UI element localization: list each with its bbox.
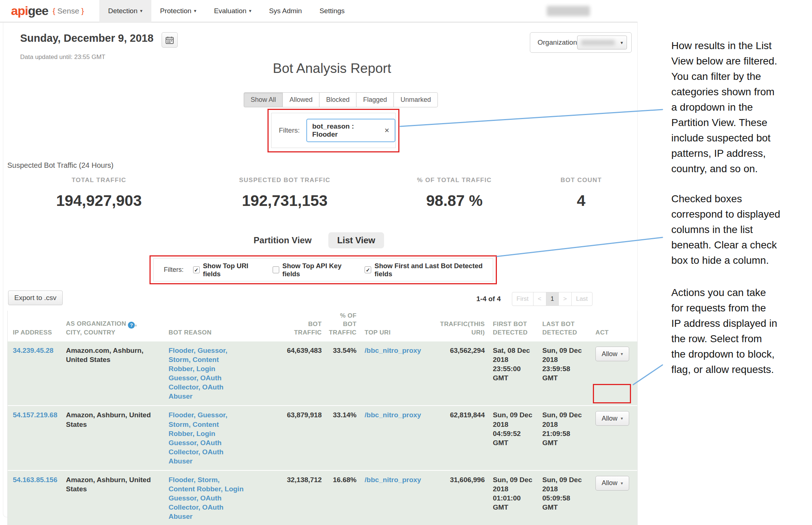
nav-item-label: Sys Admin xyxy=(269,7,302,15)
nav-item-sys-admin[interactable]: Sys Admin xyxy=(260,0,311,22)
close-icon[interactable]: ✕ xyxy=(384,127,390,134)
sense-logo: { Sense } xyxy=(53,7,84,15)
col-header-org-comma: , xyxy=(135,320,137,327)
filter-chip-bot-reason[interactable]: bot_reason : Flooder ✕ xyxy=(306,119,395,142)
tab-blocked[interactable]: Blocked xyxy=(319,92,357,107)
data-updated-text: Data updated until: 23:55 GMT xyxy=(20,53,105,61)
table-row: 34.239.45.28 Amazon.com, Ashburn, United… xyxy=(8,341,637,405)
tab-show-all[interactable]: Show All xyxy=(244,92,283,107)
ip-link[interactable]: 34.239.45.28 xyxy=(8,346,61,355)
sense-brace-close: } xyxy=(81,7,84,15)
account-name-redacted[interactable] xyxy=(547,6,590,16)
report-date: Sunday, December 9, 2018 xyxy=(20,32,154,44)
table-row: 54.163.85.156 Amazon, Ashburn, United St… xyxy=(8,470,637,525)
checkbox-checked-icon[interactable]: ✓ xyxy=(365,266,371,273)
stat-value: 192,731,153 xyxy=(198,192,372,210)
annotation-box-action-dropdown xyxy=(593,384,631,403)
checkbox-label: Show First and Last Bot Detected fields xyxy=(374,262,493,278)
checkbox-checked-icon[interactable]: ✓ xyxy=(193,266,200,273)
bot-list-table: IP ADDRESS AS ORGANIZATION ?,CITY, COUNT… xyxy=(7,311,638,525)
stat-value: 4 xyxy=(537,192,625,210)
bot-reason-links[interactable]: Flooder, Guessor, Storm, Content Robber,… xyxy=(163,346,261,401)
organization-value-redacted xyxy=(581,40,615,45)
checkbox-show-top-uri[interactable]: ✓ Show Top URI fields xyxy=(193,262,263,278)
tab-list-view[interactable]: List View xyxy=(328,232,384,248)
nav-item-label: Protection xyxy=(160,7,192,15)
act-cell: Allow▾ xyxy=(590,346,637,361)
pagination-prev-button[interactable]: < xyxy=(533,292,546,306)
action-label: Allow xyxy=(602,350,617,358)
col-header-ip: IP ADDRESS xyxy=(8,329,61,337)
organization-select[interactable]: ▾ xyxy=(577,36,627,49)
action-dropdown[interactable]: Allow▾ xyxy=(595,347,629,361)
page-title: Bot Analysis Report xyxy=(273,61,391,76)
checkbox-show-top-api-key[interactable]: Show Top API Key fields xyxy=(273,262,355,278)
stat-value: 194,927,903 xyxy=(0,192,198,210)
sense-brace-open: { xyxy=(53,7,55,15)
bot-reason-links[interactable]: Flooder, Guessor, Storm, Content Robber,… xyxy=(163,410,261,465)
tab-allowed[interactable]: Allowed xyxy=(283,92,320,107)
annotation-text-actions: Actions you can take for requests from t… xyxy=(671,285,812,377)
pagination-next-button[interactable]: > xyxy=(558,292,572,306)
tab-flagged[interactable]: Flagged xyxy=(356,92,394,107)
tab-unmarked[interactable]: Unmarked xyxy=(394,92,438,107)
export-csv-button[interactable]: Export to .csv xyxy=(8,291,63,305)
page: apigee { Sense } Detection▾ Protection▾ … xyxy=(0,0,812,525)
top-uri-link[interactable]: /bbc_nitro_proxy xyxy=(359,410,420,419)
column-filters-panel: Filters: ✓ Show Top URI fields Show Top … xyxy=(153,258,493,281)
logo-gee: gee xyxy=(28,4,48,18)
checkbox-show-first-last-bot[interactable]: ✓ Show First and Last Bot Detected field… xyxy=(365,262,493,278)
pagination-first-button[interactable]: First xyxy=(512,292,534,306)
pagination-page-1[interactable]: 1 xyxy=(546,292,559,306)
first-bot-detected: Sun, 09 Dec 2018 04:59:52 GMT xyxy=(488,410,537,447)
ip-link[interactable]: 54.157.219.68 xyxy=(8,410,61,419)
pct-bot-traffic: 16.68% xyxy=(325,475,359,484)
view-toggle: Partition View List View xyxy=(254,232,384,248)
top-uri-link[interactable]: /bbc_nitro_proxy xyxy=(359,346,420,355)
tab-partition-view[interactable]: Partition View xyxy=(254,235,311,245)
organization-panel: Organization ▾ xyxy=(530,32,632,53)
apigee-logo[interactable]: apigee xyxy=(11,4,48,18)
help-icon[interactable]: ? xyxy=(128,322,135,329)
nav-item-label: Settings xyxy=(320,7,345,15)
nav-item-settings[interactable]: Settings xyxy=(311,0,354,22)
action-dropdown[interactable]: Allow▾ xyxy=(595,411,629,426)
nav-item-protection[interactable]: Protection▾ xyxy=(151,0,205,22)
col-header-bot-traffic: BOT TRAFFIC xyxy=(261,320,325,337)
status-tab-group: Show All Allowed Blocked Flagged Unmarke… xyxy=(244,92,438,107)
ip-link[interactable]: 54.163.85.156 xyxy=(8,475,61,484)
bot-traffic: 32,138,712 xyxy=(261,475,325,484)
stat-total-traffic: TOTAL TRAFFIC 194,927,903 xyxy=(0,177,198,210)
top-nav: apigee { Sense } Detection▾ Protection▾ … xyxy=(0,0,638,23)
annotation-line-action xyxy=(633,365,662,385)
pagination-range: 1-4 of 4 xyxy=(476,295,501,303)
nav-item-detection[interactable]: Detection▾ xyxy=(99,0,151,22)
act-cell: Allow▾ xyxy=(590,410,637,426)
filters-label: Filters: xyxy=(279,126,300,134)
caret-down-icon: ▾ xyxy=(621,481,623,486)
checkbox-unchecked-icon[interactable] xyxy=(273,266,279,273)
stat-value: 98.87 % xyxy=(372,192,537,210)
action-dropdown[interactable]: Allow▾ xyxy=(595,476,629,491)
last-bot-detected: Sun, 09 Dec 2018 21:09:58 GMT xyxy=(537,410,590,447)
calendar-button[interactable] xyxy=(162,32,178,48)
bot-traffic: 63,879,918 xyxy=(261,410,325,419)
stat-pct-total-traffic: % OF TOTAL TRAFFIC 98.87 % xyxy=(372,177,537,210)
bot-reason-links[interactable]: Flooder, Storm, Content Robber, Login Gu… xyxy=(163,475,261,521)
col-header-last-bot-detected: LAST BOT DETECTED xyxy=(537,320,590,337)
last-bot-detected: Sun, 09 Dec 2018 05:09:58 GMT xyxy=(537,475,590,512)
pagination-last-button[interactable]: Last xyxy=(571,292,593,306)
caret-down-icon: ▾ xyxy=(621,351,623,356)
nav-item-evaluation[interactable]: Evaluation▾ xyxy=(205,0,260,22)
action-label: Allow xyxy=(602,479,617,487)
table-row: 54.157.219.68 Amazon, Ashburn, United St… xyxy=(8,405,637,470)
traffic-this-uri: 31,606,996 xyxy=(420,475,488,484)
stat-bot-count: BOT COUNT 4 xyxy=(537,177,625,210)
annotation-text-filters: How results in the List View below are f… xyxy=(671,38,812,177)
bot-traffic: 64,639,483 xyxy=(261,346,325,355)
pagination: 1-4 of 4 First < 1 > Last xyxy=(476,292,593,306)
stat-label: TOTAL TRAFFIC xyxy=(0,177,198,184)
top-uri-link[interactable]: /bbc_nitro_proxy xyxy=(359,475,420,484)
nav-item-label: Detection xyxy=(108,7,137,15)
stat-suspected-bot-traffic: SUSPECTED BOT TRAFFIC 192,731,153 xyxy=(198,177,372,210)
